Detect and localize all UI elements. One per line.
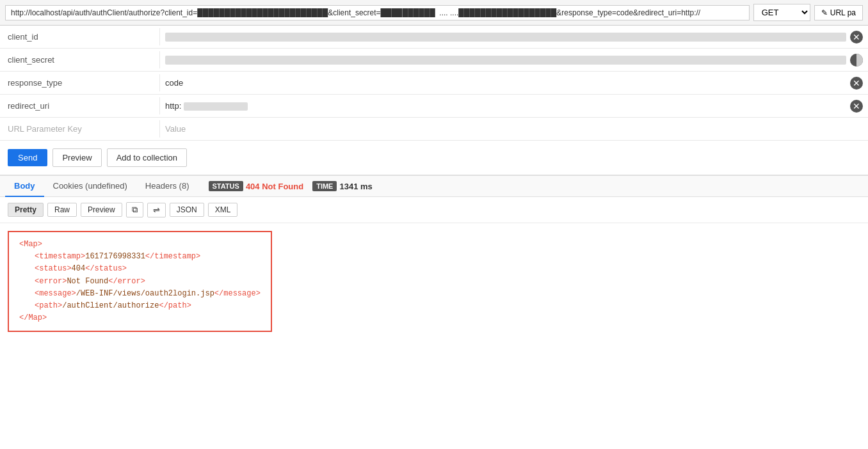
xml-line-6: <path>/authClient/authorize</path> [19,300,261,312]
param-value-response-type: code [165,78,846,88]
time-value: 1341 ms [339,182,372,191]
add-collection-button[interactable]: Add to collection [107,148,187,167]
url-param-button[interactable]: ✎ URL pa [814,5,863,20]
xml-line-2: <timestamp>1617176998331</timestamp> [19,251,261,263]
param-value-empty: Value [165,124,863,134]
pencil-icon: ✎ [821,8,828,17]
time-label: TIME [312,181,337,191]
status-badge: STATUS 404 Not Found TIME 1341 ms [209,181,373,191]
method-select[interactable]: GET POST PUT DELETE [753,4,810,21]
tab-cookies[interactable]: Cookies (undefined) [44,176,136,197]
param-key-client-secret: client_secret [0,51,160,68]
action-buttons: Send Preview Add to collection [0,141,868,175]
status-value: 404 Not Found [246,182,303,191]
remove-client-id-button[interactable]: ✕ [850,31,863,43]
param-row-response-type: response_type code ✕ [0,72,868,95]
preview-body-button[interactable]: Preview [81,203,122,217]
xml-line-1: <Map> [19,239,261,251]
param-value-client-id [165,33,846,42]
tab-headers[interactable]: Headers (8) [136,176,198,197]
param-key-empty: URL Parameter Key [0,120,160,138]
xml-format-button[interactable]: XML [208,203,238,217]
param-row-empty: URL Parameter Key Value [0,118,868,141]
params-section: client_id ✕ client_secret response_type … [0,26,868,141]
param-value-client-secret [165,56,846,65]
copy-icon-button[interactable]: ⧉ [126,202,143,217]
raw-button[interactable]: Raw [47,203,77,217]
param-key-redirect-uri: redirect_uri [0,97,160,114]
json-format-button[interactable]: JSON [170,203,204,217]
remove-response-type-button[interactable]: ✕ [850,77,863,90]
send-button[interactable]: Send [8,149,47,166]
remove-client-secret-button[interactable] [850,54,863,67]
param-key-response-type: response_type [0,74,160,91]
xml-line-4: <error>Not Found</error> [19,276,261,288]
response-tabs: Body Cookies (undefined) Headers (8) STA… [0,175,868,197]
url-bar: GET POST PUT DELETE ✎ URL pa [0,0,868,26]
body-toolbar: Pretty Raw Preview ⧉ ⇌ JSON XML [0,197,868,223]
param-row-client-secret: client_secret [0,49,868,72]
wrap-icon-button[interactable]: ⇌ [147,203,166,217]
remove-redirect-uri-button[interactable]: ✕ [850,100,863,113]
response-body: <Map> <timestamp>1617176998331</timestam… [0,223,868,340]
param-value-redirect-uri: http: [165,101,846,111]
tab-body[interactable]: Body [5,176,44,197]
xml-line-7: </Map> [19,312,261,324]
param-row-redirect-uri: redirect_uri http: ✕ [0,95,868,118]
url-input[interactable] [5,5,750,20]
status-label: STATUS [209,181,243,191]
xml-line-5: <message>/WEB-INF/views/oauth2login.jsp<… [19,288,261,300]
param-row-client-id: client_id ✕ [0,26,868,49]
pretty-button[interactable]: Pretty [8,203,44,217]
preview-button[interactable]: Preview [52,148,101,167]
xml-line-3: <status>404</status> [19,263,261,275]
xml-response-container: <Map> <timestamp>1617176998331</timestam… [8,231,272,332]
param-key-client-id: client_id [0,28,160,45]
